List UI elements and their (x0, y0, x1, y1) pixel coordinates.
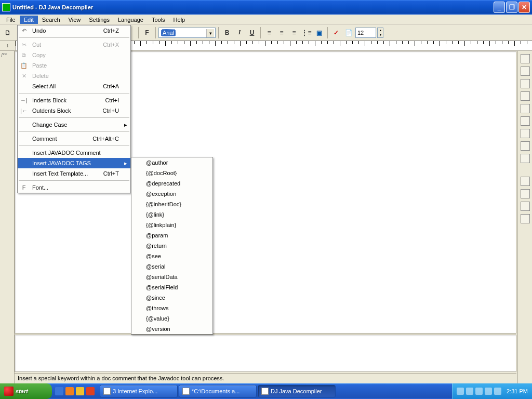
edit-menu-dropdown: ↶UndoCtrl+Z✂CutCtrl+X⧉Copy📋Paste✕DeleteS… (17, 25, 131, 193)
menu-item-label: Indents Block (32, 97, 66, 103)
javadoc-tag-item[interactable]: @param (131, 230, 212, 241)
side-icon[interactable] (521, 141, 530, 151)
maximize-button[interactable]: ❐ (506, 2, 517, 13)
menu-item-icon: ✂ (20, 41, 28, 49)
javadoc-tag-item[interactable]: @exception (131, 189, 212, 199)
align-right-icon[interactable]: ≡ (288, 27, 300, 38)
javadoc-tag-item[interactable]: @serial (131, 261, 212, 272)
javadoc-tag-item[interactable]: @serialField (131, 282, 212, 292)
task-button[interactable]: DJ Java Decompiler (258, 385, 336, 397)
javadoc-tag-item[interactable]: @author (131, 157, 212, 168)
close-button[interactable]: ✕ (518, 2, 530, 13)
menu-item-indents-block[interactable]: →|Indents BlockCtrl+I (18, 95, 130, 105)
side-icon[interactable] (521, 202, 530, 211)
font-size-spinner[interactable]: ▴▾ (377, 28, 383, 38)
javadoc-tag-item[interactable]: {@docRoot} (131, 168, 212, 178)
select-icon[interactable]: ▣ (313, 27, 325, 38)
menu-search[interactable]: Search (38, 16, 64, 24)
menu-item-change-case[interactable]: Change Case▸ (18, 119, 130, 130)
javadoc-tag-item[interactable]: @version (131, 324, 212, 334)
menu-item-insert-javadoc-comment[interactable]: Insert JAVADOC Comment (18, 148, 130, 158)
clock[interactable]: 2:31 PM (503, 388, 528, 394)
tray-icon[interactable] (475, 388, 483, 395)
side-icon[interactable] (521, 189, 530, 198)
output-pane[interactable] (15, 335, 516, 372)
side-icon[interactable] (521, 104, 530, 113)
bullets-icon[interactable]: ⋮≡ (301, 27, 312, 38)
align-left-icon[interactable]: ≡ (263, 27, 275, 38)
menu-item-label: @serialData (146, 274, 178, 280)
italic-button[interactable]: I (234, 27, 245, 38)
side-icon[interactable] (521, 66, 530, 76)
menu-item-insert-javadoc-tags[interactable]: Insert JAVADOC TAGS▸ (18, 158, 130, 168)
menu-item-outdents-block[interactable]: |←Outdents BlockCtrl+U (18, 105, 130, 116)
new-icon[interactable]: 🗋 (2, 27, 14, 38)
menu-item-insert-text-template-[interactable]: Insert Text Template...Ctrl+T (18, 168, 130, 179)
javadoc-tag-item[interactable]: {@inheritDoc} (131, 199, 212, 209)
check-icon[interactable]: ✓ (330, 27, 342, 38)
task-label: DJ Java Decompiler (271, 388, 322, 394)
menu-item-select-all[interactable]: Select AllCtrl+A (18, 81, 130, 91)
side-icon[interactable] (521, 154, 530, 163)
menu-item-icon: F (20, 183, 28, 192)
menu-item-undo[interactable]: ↶UndoCtrl+Z (18, 25, 130, 36)
menu-tools[interactable]: Tools (148, 16, 169, 24)
menu-help[interactable]: Help (169, 16, 190, 24)
quicklaunch-icon[interactable] (76, 387, 84, 395)
ruler-toggle-icon[interactable]: ↕ (0, 41, 16, 50)
javadoc-tag-item[interactable]: @see (131, 251, 212, 261)
menu-item-label: Paste (32, 62, 47, 69)
tray-icon[interactable] (494, 388, 501, 395)
underline-button[interactable]: U (246, 27, 258, 38)
menu-settings[interactable]: Settings (85, 16, 114, 24)
javadoc-tag-item[interactable]: @deprecated (131, 178, 212, 189)
quicklaunch-icon[interactable] (65, 387, 74, 395)
javadoc-tag-item[interactable]: {@linkplain} (131, 220, 212, 230)
javadoc-tag-item[interactable]: @since (131, 292, 212, 303)
menu-language[interactable]: Language (114, 16, 148, 24)
javadoc-tag-item[interactable]: {@link} (131, 209, 212, 220)
side-icon[interactable] (521, 91, 530, 101)
menu-view[interactable]: View (64, 16, 85, 24)
side-icon[interactable] (521, 214, 530, 223)
bold-button[interactable]: B (221, 27, 233, 38)
tray-icon[interactable] (466, 388, 473, 395)
menu-item-label: @deprecated (146, 180, 180, 187)
app-icon (2, 3, 10, 11)
quicklaunch-icon[interactable] (86, 387, 95, 395)
doc-icon[interactable]: 📄 (343, 27, 354, 38)
font-label: F (141, 27, 153, 38)
menu-item-label: Insert JAVADOC Comment (32, 150, 101, 156)
menu-item-label: Insert Text Template... (32, 170, 88, 177)
align-center-icon[interactable]: ≡ (276, 27, 287, 38)
menu-item-label: @since (146, 295, 165, 301)
menu-item-icon: 📋 (20, 61, 28, 70)
javadoc-tag-item[interactable]: @return (131, 241, 212, 251)
menu-item-label: @exception (146, 191, 176, 197)
task-button[interactable]: *C:\Documents a... (179, 385, 257, 397)
javadoc-tag-item[interactable]: @throws (131, 303, 212, 313)
tray-icon[interactable] (485, 388, 492, 395)
side-icon[interactable] (521, 116, 530, 126)
side-icon[interactable] (521, 79, 530, 88)
tray-icon[interactable] (457, 388, 464, 395)
menu-item-comment[interactable]: CommentCtrl+Alt+C (18, 134, 130, 144)
task-button[interactable]: 3 Internet Explo... (100, 385, 178, 397)
menu-edit[interactable]: Edit (20, 16, 38, 24)
start-button[interactable]: start (0, 383, 52, 399)
javadoc-tag-item[interactable]: {@value} (131, 313, 212, 324)
font-size-input[interactable]: 12 (355, 28, 376, 38)
quicklaunch-icon[interactable] (55, 387, 63, 395)
side-icon[interactable] (521, 129, 530, 138)
font-combo[interactable]: Arial (158, 28, 216, 38)
menu-item-shortcut: Ctrl+Alt+C (92, 136, 119, 142)
javadoc-tag-item[interactable]: @serialData (131, 272, 212, 282)
titlebar: Untitled - DJ Java Decompiler _ ❐ ✕ (0, 0, 532, 15)
menu-item-shortcut: Ctrl+U (103, 108, 119, 114)
side-icon[interactable] (521, 54, 530, 63)
menu-file[interactable]: File (2, 16, 20, 24)
minimize-button[interactable]: _ (494, 2, 505, 13)
menu-item-shortcut: Ctrl+X (103, 42, 119, 48)
menu-item-font-[interactable]: FFont... (18, 182, 130, 193)
side-icon[interactable] (521, 177, 530, 186)
